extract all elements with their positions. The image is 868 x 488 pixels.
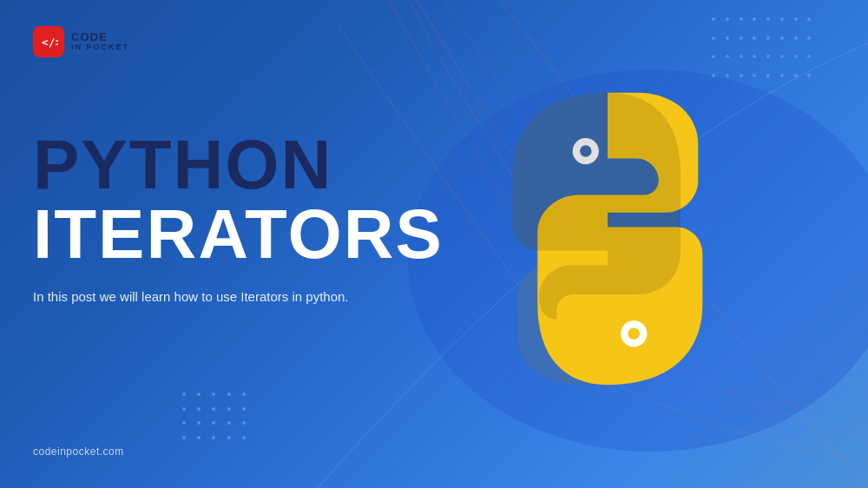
python-logo: [460, 78, 755, 399]
dot: [780, 36, 784, 40]
page-background: // Will be rendered via JS below </> COD…: [0, 0, 868, 488]
dot: [807, 74, 811, 77]
dot: [197, 436, 201, 439]
code-icon: </>: [39, 32, 58, 51]
dot: [766, 36, 770, 40]
subtitle-text: In this post we will learn how to use It…: [33, 287, 363, 307]
logo-icon: </>: [33, 26, 64, 57]
dot: [740, 17, 743, 21]
dot: [227, 421, 231, 425]
dot: [753, 74, 756, 77]
iterators-title: ITERATORS: [33, 200, 444, 269]
dot: [766, 74, 770, 77]
dot: [807, 17, 811, 21]
logo-in-pocket-label: IN POCKET: [71, 43, 129, 52]
dot: [212, 421, 215, 425]
dot: [242, 421, 246, 425]
dot: [242, 392, 246, 396]
dots-top-right: // Will be rendered via JS below: [712, 17, 816, 87]
dot: [712, 17, 715, 21]
dot: [780, 74, 784, 77]
dots-bottom-left: [182, 392, 252, 445]
dot: [197, 392, 201, 396]
title-area: PYTHON ITERATORS In this post we will le…: [33, 130, 444, 307]
dot: [740, 55, 743, 58]
dot: [807, 36, 811, 40]
logo-area: </> CODE IN POCKET: [33, 26, 129, 57]
dot: [807, 55, 811, 58]
dot: [182, 421, 186, 425]
dot: [726, 36, 729, 40]
dot: [794, 55, 798, 58]
dot: [726, 74, 729, 77]
dot: [227, 392, 231, 396]
dot: [182, 436, 186, 439]
dot: [753, 36, 756, 40]
dot: [242, 407, 246, 411]
dot: [712, 74, 715, 77]
dot: [712, 55, 715, 58]
dot: [242, 436, 246, 439]
dot: [197, 421, 201, 425]
dot: [753, 55, 756, 58]
dot: [766, 17, 770, 21]
dot: [794, 17, 798, 21]
dot: [753, 17, 756, 21]
dot: [212, 436, 215, 439]
logo-text: CODE IN POCKET: [71, 31, 129, 52]
dot: [212, 392, 215, 396]
dot: [712, 36, 715, 40]
dot: [794, 74, 798, 77]
dot: [227, 436, 231, 439]
dot: [726, 17, 729, 21]
dot: [766, 55, 770, 58]
logo-code-label: CODE: [71, 31, 129, 43]
website-url: codeinpocket.com: [33, 445, 124, 458]
dot: [212, 407, 215, 411]
python-title: PYTHON: [33, 130, 444, 200]
python-snake-svg: [460, 78, 755, 399]
dot: [780, 17, 784, 21]
dot: [740, 36, 743, 40]
svg-point-5: [628, 328, 640, 340]
dot: [740, 74, 743, 77]
dot: [182, 392, 186, 396]
dot: [794, 36, 798, 40]
dot: [780, 55, 784, 58]
dot: [182, 407, 186, 411]
dot: [197, 407, 201, 411]
dot: [227, 407, 231, 411]
dot: [726, 55, 729, 58]
svg-text:</>: </>: [42, 36, 58, 49]
